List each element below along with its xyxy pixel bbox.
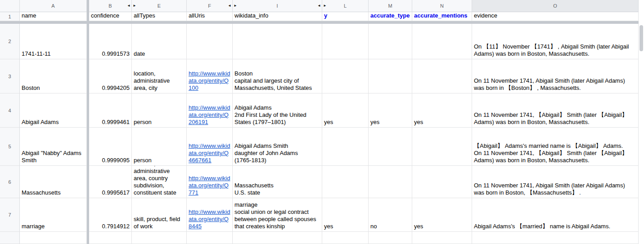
hidden-columns-expand-icon[interactable]: ► bbox=[234, 4, 237, 8]
cell-F2[interactable] bbox=[187, 24, 233, 59]
cell-I3[interactable]: Boston capital and largest city of Massa… bbox=[233, 59, 322, 93]
cell-O5[interactable]: 【Abigail】 Adams's married name is 【Abiga… bbox=[472, 128, 639, 166]
frozen-row-divider[interactable] bbox=[0, 21, 639, 24]
cell-M2[interactable] bbox=[369, 24, 412, 59]
cell-A4[interactable]: Abigail Adams bbox=[20, 93, 87, 128]
wikidata-link[interactable]: http://www.wikidata.org/entity/Q4667661 bbox=[187, 142, 232, 165]
cell-N3[interactable] bbox=[412, 59, 472, 93]
row-header-7[interactable]: 7 bbox=[0, 198, 20, 232]
cell-E4[interactable]: person bbox=[132, 93, 187, 128]
column-header-N[interactable]: N bbox=[412, 0, 472, 12]
cell-A7[interactable]: marriage bbox=[20, 198, 87, 232]
cell-M7[interactable]: no bbox=[369, 198, 412, 232]
cell-O4[interactable]: On 11 November 1741, 【Abigail】 Smith (la… bbox=[472, 93, 639, 128]
cell-header-confidence[interactable]: confidence bbox=[89, 12, 132, 21]
cell-M4[interactable]: yes bbox=[369, 93, 412, 128]
row-header-5[interactable]: 5 bbox=[0, 128, 20, 166]
column-header-I[interactable]: I◄► bbox=[233, 0, 322, 12]
cell-I6[interactable]: Massachusetts U.S. state bbox=[233, 166, 322, 198]
hidden-columns-expand-icon[interactable]: ◄ bbox=[127, 4, 131, 8]
column-header-M[interactable]: M bbox=[369, 0, 412, 12]
cell-header-wikidata_info[interactable]: wikidata_info bbox=[233, 12, 322, 21]
cell-L7[interactable]: yes bbox=[322, 198, 369, 232]
cell-B6[interactable]: 0.9995617 bbox=[89, 166, 132, 198]
cell-B4[interactable]: 0.9999461 bbox=[89, 93, 132, 128]
cell-header-accurate_entity[interactable]: accurate_entity bbox=[322, 12, 369, 21]
cell-header-allTypes[interactable]: allTypes bbox=[132, 12, 187, 21]
cell-L6[interactable] bbox=[322, 166, 369, 198]
select-all-corner[interactable] bbox=[0, 0, 20, 12]
cell-header-accurate_mentions[interactable]: accurate_mentions bbox=[412, 12, 472, 21]
cell-M8[interactable] bbox=[369, 232, 412, 244]
cell-O3[interactable]: On 11 November 1741, Abigail Smith (late… bbox=[472, 59, 639, 93]
cell-O8[interactable] bbox=[472, 232, 639, 244]
cell-header-accurate_type[interactable]: accurate_type bbox=[369, 12, 412, 21]
cell-M3[interactable] bbox=[369, 59, 412, 93]
cell-N5[interactable] bbox=[412, 128, 472, 166]
cell-O6[interactable]: On 11 November 1741, Abigail Smith (late… bbox=[472, 166, 639, 198]
cell-A8[interactable] bbox=[20, 232, 87, 244]
column-header-B[interactable]: B◄ bbox=[89, 0, 132, 12]
cell-B7[interactable]: 0.7914912 bbox=[89, 198, 132, 232]
cell-N4[interactable]: yes bbox=[412, 93, 472, 128]
cell-I2[interactable] bbox=[233, 24, 322, 59]
column-header-O[interactable]: O bbox=[472, 0, 639, 12]
cell-L8[interactable] bbox=[322, 232, 369, 244]
column-header-F[interactable]: F◄ bbox=[187, 0, 233, 12]
cell-B8[interactable] bbox=[89, 232, 132, 244]
wikidata-link[interactable]: http://www.wikidata.org/entity/Q8445 bbox=[187, 208, 232, 231]
cell-F5[interactable]: http://www.wikidata.org/entity/Q4667661 bbox=[187, 128, 233, 166]
cell-N7[interactable]: yes bbox=[412, 198, 472, 232]
cell-M6[interactable] bbox=[369, 166, 412, 198]
cell-I7[interactable]: marriage social union or legal contract … bbox=[233, 198, 322, 232]
cell-N8[interactable] bbox=[412, 232, 472, 244]
cell-L3[interactable] bbox=[322, 59, 369, 93]
cell-O7[interactable]: Abigail Adams's 【married】 name is Abigai… bbox=[472, 198, 639, 232]
cell-B3[interactable]: 0.9994205 bbox=[89, 59, 132, 93]
frozen-column-divider[interactable] bbox=[87, 0, 89, 244]
cell-F7[interactable]: http://www.wikidata.org/entity/Q8445 bbox=[187, 198, 233, 232]
row-header-2[interactable]: 2 bbox=[0, 24, 20, 59]
cell-F4[interactable]: http://www.wikidata.org/entity/Q206191 bbox=[187, 93, 233, 128]
cell-I5[interactable]: Abigail Adams Smith daughter of John Ada… bbox=[233, 128, 322, 166]
wikidata-link[interactable]: http://www.wikidata.org/entity/Q206191 bbox=[187, 104, 232, 127]
cell-L5[interactable] bbox=[322, 128, 369, 166]
cell-A5[interactable]: Abigail "Nabby" Adams Smith bbox=[20, 128, 87, 166]
cell-O2[interactable]: On 【11】 November 【1741】 , Abigail Smith … bbox=[472, 24, 639, 59]
row-header-4[interactable]: 4 bbox=[0, 93, 20, 128]
row-header-6[interactable]: 6 bbox=[0, 166, 20, 198]
cell-E2[interactable]: date bbox=[132, 24, 187, 59]
cell-I8[interactable] bbox=[233, 232, 322, 244]
row-header-1[interactable]: 1 bbox=[0, 12, 20, 21]
cell-I4[interactable]: Abigail Adams 2nd First Lady of the Unit… bbox=[233, 93, 322, 128]
cell-L4[interactable]: yes bbox=[322, 93, 369, 128]
hidden-columns-expand-icon[interactable]: ◄ bbox=[317, 4, 321, 8]
wikidata-link[interactable]: http://www.wikidata.org/entity/Q100 bbox=[187, 70, 232, 93]
cell-A6[interactable]: Massachusetts bbox=[20, 166, 87, 198]
wikidata-link[interactable]: http://www.wikidata.org/entity/Q771 bbox=[187, 174, 232, 198]
cell-B2[interactable]: 0.9991573 bbox=[89, 24, 132, 59]
cell-N2[interactable] bbox=[412, 24, 472, 59]
cell-F8[interactable] bbox=[187, 232, 233, 244]
cell-A3[interactable]: Boston bbox=[20, 59, 87, 93]
cell-E7[interactable]: skill, product, field of work bbox=[132, 198, 187, 232]
cell-M5[interactable] bbox=[369, 128, 412, 166]
cell-N6[interactable] bbox=[412, 166, 472, 198]
cell-header-name[interactable]: name bbox=[20, 12, 87, 21]
column-header-A[interactable]: A bbox=[20, 0, 87, 12]
hidden-columns-expand-icon[interactable]: ► bbox=[323, 4, 327, 8]
column-header-E[interactable]: E► bbox=[132, 0, 187, 12]
column-header-L[interactable]: L► bbox=[322, 0, 369, 12]
cell-B5[interactable]: 0.9999095 bbox=[89, 128, 132, 166]
row-header-8[interactable] bbox=[0, 232, 20, 244]
cell-A2[interactable]: 1741-11-11 bbox=[20, 24, 87, 59]
row-header-3[interactable]: 3 bbox=[0, 59, 20, 93]
vertical-scrollbar-thumb[interactable] bbox=[639, 25, 643, 51]
hidden-columns-expand-icon[interactable]: ◄ bbox=[228, 4, 231, 8]
cell-E3[interactable]: location, administrative area, city bbox=[132, 59, 187, 93]
cell-E5[interactable]: person bbox=[132, 128, 187, 166]
cell-F6[interactable]: http://www.wikidata.org/entity/Q771 bbox=[187, 166, 233, 198]
cell-E6[interactable]: location, administrative area, country s… bbox=[132, 166, 187, 198]
cell-header-evidence[interactable]: evidence bbox=[472, 12, 639, 21]
cell-L2[interactable] bbox=[322, 24, 369, 59]
